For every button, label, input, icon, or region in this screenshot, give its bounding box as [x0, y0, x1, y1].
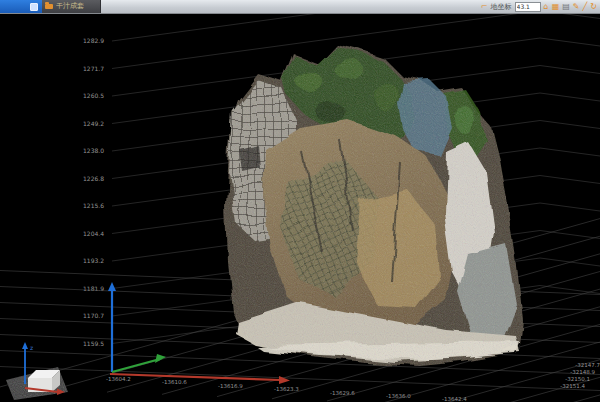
point-cloud: [226, 44, 523, 366]
grid-tool-icon[interactable]: ▦: [552, 2, 560, 12]
document-tab[interactable]: 干汁成套: [42, 0, 101, 13]
measure-tool-icon[interactable]: ╱: [582, 2, 587, 12]
x-tick-label: -13642.4: [442, 396, 467, 402]
z-tick-label: 1204.4: [83, 230, 104, 237]
x-tick-label: -13636.0: [386, 393, 411, 399]
folder-icon: [45, 4, 53, 9]
titlebar-spacer: [101, 0, 481, 13]
tab-title: 干汁成套: [56, 0, 84, 13]
edit-tool-icon[interactable]: ✎: [573, 2, 580, 12]
orientation-gizmo[interactable]: z: [6, 342, 68, 400]
y-tick-label: -32147.7: [575, 362, 600, 368]
z-tick-label: 1159.5: [83, 340, 104, 347]
toolbar-right: ⌐ 地坐标 ⌂ ▦ ▤ ✎ ╱ ↻: [481, 0, 600, 13]
z-tick-label: 1193.2: [83, 257, 104, 264]
app-icon: [30, 3, 38, 11]
x-tick-label: -13623.3: [274, 386, 299, 392]
y-tick-label: -32151.4: [560, 383, 585, 389]
z-tick-label: 1260.5: [83, 92, 104, 99]
z-tick-label: 1271.7: [83, 65, 104, 72]
x-tick-label: -13616.9: [218, 383, 243, 389]
z-tick-label: 1238.0: [83, 147, 104, 154]
coordinate-label: 地坐标: [491, 2, 512, 12]
x-tick-label: -13610.6: [162, 379, 187, 385]
viewport-3d[interactable]: 1282.91271.71260.51249.21238.01226.81215…: [0, 13, 600, 402]
z-tick-label: 1170.7: [83, 312, 104, 319]
z-tick-label: 1226.8: [83, 175, 104, 182]
y-axis-labels: -32147.7-32148.9-32150.1-32151.4: [560, 362, 600, 389]
coordinate-input[interactable]: [515, 2, 541, 12]
axis-y: [112, 354, 166, 372]
z-tick-label: 1282.9: [83, 37, 104, 44]
gizmo-z-label: z: [30, 344, 33, 351]
app-button[interactable]: [0, 0, 42, 13]
viewport-canvas[interactable]: 1282.91271.71260.51249.21238.01226.81215…: [0, 0, 600, 402]
z-tick-label: 1249.2: [83, 120, 104, 127]
y-tick-label: -32148.9: [570, 369, 595, 375]
titlebar: 干汁成套 ⌐ 地坐标 ⌂ ▦ ▤ ✎ ╱ ↻: [0, 0, 600, 14]
axis-z: [108, 282, 116, 372]
layers-tool-icon[interactable]: ▤: [562, 2, 570, 12]
axis-x: [110, 374, 290, 384]
rotate-tool-icon[interactable]: ↻: [590, 2, 597, 12]
x-tick-label: -13629.6: [330, 390, 355, 396]
home-icon[interactable]: ⌂: [544, 2, 549, 12]
z-tick-label: 1215.6: [83, 202, 104, 209]
x-tick-label: -13604.2: [106, 376, 131, 382]
y-tick-label: -32150.1: [565, 376, 590, 382]
snap-icon[interactable]: ⌐: [481, 3, 488, 11]
